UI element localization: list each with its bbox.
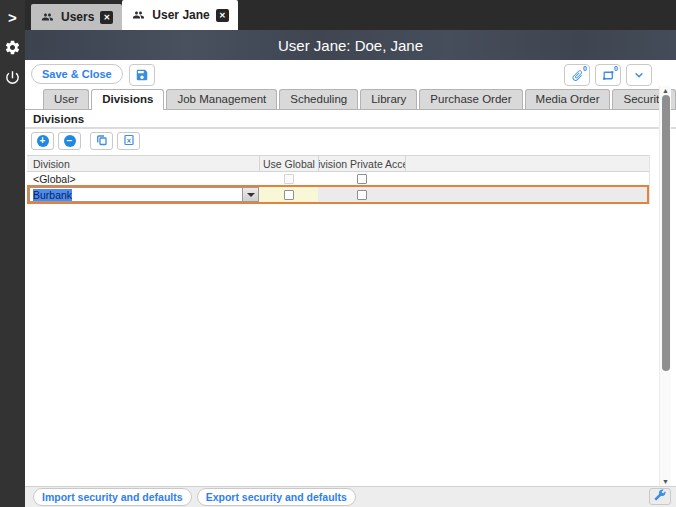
use-global-checkbox <box>284 174 294 184</box>
collapse-toolbar-button[interactable] <box>626 64 652 86</box>
selected-text: Burbank <box>33 189 72 201</box>
users-icon <box>40 11 55 23</box>
plus-icon: + <box>37 135 49 147</box>
vertical-scrollbar[interactable]: ▲ ▼ <box>659 86 671 486</box>
tab-job-management[interactable]: Job Management <box>166 89 277 109</box>
attachments-count-badge: 0 <box>583 65 587 72</box>
action-bar: Save & Close 0 0 <box>25 60 676 89</box>
private-access-checkbox[interactable] <box>357 190 367 200</box>
use-global-cell <box>259 172 318 185</box>
sidebar: > <box>0 0 25 507</box>
minus-icon: − <box>64 135 76 147</box>
tab-purchase-order[interactable]: Purchase Order <box>419 89 522 109</box>
settings-gear-icon[interactable] <box>4 39 21 56</box>
use-global-checkbox[interactable] <box>284 190 294 200</box>
section-label: Divisions <box>25 110 676 127</box>
grid-header-row: Division Use Global Division Private Acc… <box>27 155 649 172</box>
save-button[interactable] <box>129 64 155 86</box>
add-row-button[interactable]: + <box>31 132 54 150</box>
tab-library[interactable]: Library <box>360 89 417 109</box>
main-content: Save & Close 0 0 <box>25 60 676 486</box>
private-access-cell <box>318 187 405 202</box>
window-tab-users[interactable]: Users ✕ <box>31 4 122 30</box>
import-security-button[interactable]: Import security and defaults <box>33 488 192 506</box>
table-row-burbank-selected[interactable]: Burbank <box>27 185 649 204</box>
close-tab-icon[interactable]: ✕ <box>216 9 229 22</box>
column-header-use-global[interactable]: Use Global <box>259 156 318 171</box>
application-window: > Users ✕ User Jane ✕ User Jane: Doe, Ja… <box>0 0 676 507</box>
column-header-filler <box>405 156 649 171</box>
table-row-global[interactable]: <Global> <box>27 172 649 185</box>
window-tab-user-jane[interactable]: User Jane ✕ <box>122 0 237 30</box>
divisions-grid: Division Use Global Division Private Acc… <box>27 155 650 204</box>
division-combobox[interactable]: Burbank <box>29 187 259 202</box>
expand-sidebar-chevron-icon[interactable]: > <box>8 10 17 26</box>
private-access-cell <box>318 172 405 185</box>
notes-count-badge: 0 <box>614 65 618 72</box>
scrollbar-thumb[interactable] <box>662 95 670 371</box>
save-close-button[interactable]: Save & Close <box>31 64 123 84</box>
record-header-band: User Jane: Doe, Jane <box>25 30 676 60</box>
private-access-checkbox[interactable] <box>357 174 367 184</box>
tab-media-order[interactable]: Media Order <box>525 89 611 109</box>
tab-divisions[interactable]: Divisions <box>91 89 164 110</box>
close-tab-icon[interactable]: ✕ <box>100 11 113 24</box>
remove-row-button[interactable]: − <box>58 132 81 150</box>
grid-settings-button[interactable] <box>649 488 671 505</box>
column-header-division[interactable]: Division <box>27 156 259 171</box>
division-combobox-input[interactable]: Burbank <box>30 188 242 201</box>
tab-user[interactable]: User <box>43 89 89 109</box>
divisions-panel: + − Division Use Global Division <box>25 127 676 204</box>
footer-bar: Import security and defaults Export secu… <box>25 486 676 507</box>
dropdown-arrow-icon <box>247 193 255 197</box>
filler-cell <box>405 172 649 185</box>
power-icon[interactable] <box>4 69 21 86</box>
window-tab-label: User Jane <box>152 8 209 22</box>
scrollbar-down-arrow[interactable]: ▼ <box>660 477 671 486</box>
document-tab-strip: User Divisions Job Management Scheduling… <box>25 89 676 110</box>
copy-icon <box>96 134 108 149</box>
grid-toolbar: + − <box>25 129 676 153</box>
combobox-dropdown-button[interactable] <box>242 188 258 201</box>
wrench-icon <box>654 489 666 504</box>
scrollbar-up-arrow[interactable]: ▲ <box>660 86 671 95</box>
action-bar-right: 0 0 <box>564 64 652 86</box>
copy-button[interactable] <box>90 132 113 150</box>
user-icon <box>131 9 146 21</box>
note-icon <box>602 69 615 82</box>
page-title: User Jane: Doe, Jane <box>278 37 423 54</box>
notes-button[interactable]: 0 <box>595 64 621 86</box>
export-excel-button[interactable] <box>117 132 140 150</box>
use-global-cell <box>259 187 318 202</box>
tab-scheduling[interactable]: Scheduling <box>279 89 358 109</box>
attachments-button[interactable]: 0 <box>564 64 590 86</box>
filler-cell <box>405 187 647 202</box>
chevron-down-icon <box>633 70 645 80</box>
window-tab-label: Users <box>61 10 94 24</box>
floppy-disk-icon <box>135 68 149 82</box>
column-header-division-private-access[interactable]: Division Private Acces <box>318 156 405 171</box>
export-security-button[interactable]: Export security and defaults <box>197 488 356 506</box>
excel-export-icon <box>123 134 135 149</box>
division-cell[interactable]: <Global> <box>27 172 259 185</box>
window-tab-bar: Users ✕ User Jane ✕ <box>25 0 676 30</box>
